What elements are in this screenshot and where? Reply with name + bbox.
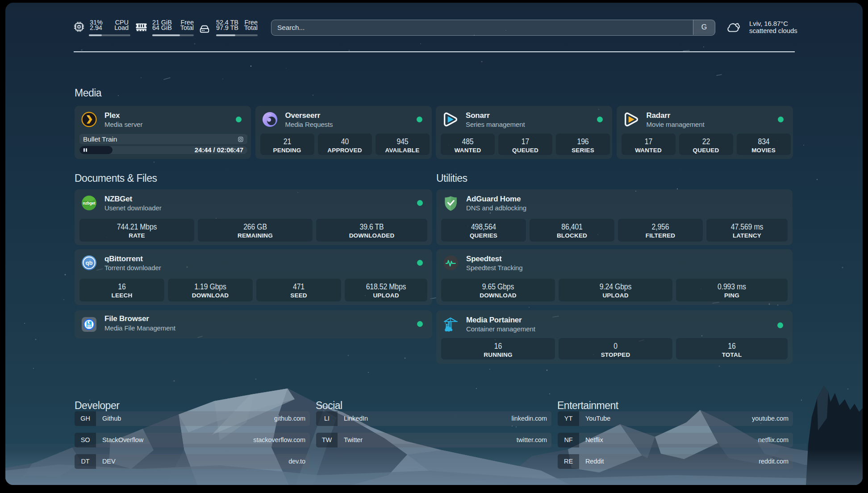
- svg-text:nzbget: nzbget: [83, 201, 96, 205]
- svg-text:qb: qb: [86, 259, 93, 266]
